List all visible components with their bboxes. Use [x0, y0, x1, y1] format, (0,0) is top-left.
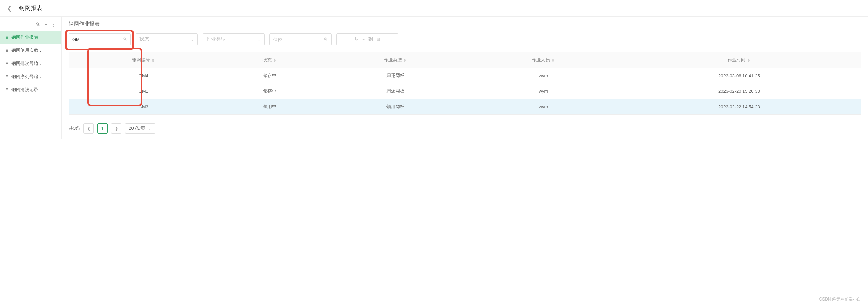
cell-user: wym	[469, 99, 617, 115]
cell-status: 储存中	[218, 83, 321, 99]
date-to-label: 到	[368, 36, 373, 42]
location-input-group: 🔍︎	[269, 33, 332, 45]
sidebar-item-label: 钢网清洗记录	[11, 87, 38, 93]
search-icon[interactable]: 🔍︎	[324, 37, 328, 42]
chart-icon: ⊞	[5, 87, 9, 92]
prev-page-button[interactable]: ❮	[83, 123, 94, 134]
column-header[interactable]: 状态▲▼	[218, 52, 321, 68]
cell-user: wym	[469, 68, 617, 83]
column-header[interactable]: 作业人员▲▼	[469, 52, 617, 68]
page-size-label: 20 条/页	[129, 125, 145, 131]
cell-type: 领用网板	[321, 99, 469, 115]
more-icon[interactable]: ⋮	[51, 22, 56, 27]
cell-type: 归还网板	[321, 68, 469, 83]
cell-status: 储存中	[218, 68, 321, 83]
status-placeholder: 状态	[139, 36, 149, 42]
chart-icon: ⊞	[5, 48, 9, 53]
date-range-picker[interactable]: 从 ~ 到 📅︎	[336, 33, 398, 45]
column-header[interactable]: 作业类型▲▼	[321, 52, 469, 68]
cell-type: 归还网板	[321, 83, 469, 99]
sidebar-item-label: 钢网序列号追…	[11, 73, 43, 80]
search-icon[interactable]: 🔍︎	[36, 22, 40, 27]
sort-icon: ▲▼	[403, 58, 407, 62]
search-icon[interactable]: 🔍︎	[123, 37, 127, 42]
sidebar-item-1[interactable]: ⊞钢网使用次数…	[0, 44, 61, 57]
table-row[interactable]: GM1储存中归还网板wym2023-02-20 15:20:33	[69, 83, 861, 99]
cell-status: 领用中	[218, 99, 321, 115]
cell-id: GM1	[69, 83, 218, 99]
sidebar-item-label: 钢网批次号追…	[11, 60, 43, 67]
chart-icon: ⊞	[5, 35, 9, 40]
page-header: ❮ 钢网报表	[0, 0, 868, 17]
sort-icon: ▲▼	[551, 58, 555, 62]
back-button[interactable]: ❮	[7, 4, 12, 12]
sort-icon: ▲▼	[151, 58, 155, 62]
calendar-icon: 📅︎	[376, 37, 381, 42]
sidebar-tools: 🔍︎ + ⋮	[0, 22, 61, 31]
chart-icon: ⊞	[5, 61, 9, 66]
search-input-group: 🔍︎	[69, 33, 131, 45]
cell-time: 2023-03-06 10:41:25	[618, 68, 861, 83]
type-select[interactable]: 作业类型 ⌄	[203, 33, 265, 45]
sidebar-item-2[interactable]: ⊞钢网批次号追…	[0, 57, 61, 70]
sidebar-item-label: 钢网使用次数…	[11, 47, 43, 53]
table-wrapper: 钢网编号▲▼状态▲▼作业类型▲▼作业人员▲▼作业时间▲▼ GM4储存中归还网板w…	[65, 49, 865, 118]
main-content: 钢网作业报表 🔍︎ 状态 ⌄ 作业类型 ⌄ 🔍︎ 从 ~	[61, 17, 868, 139]
page-size-select[interactable]: 20 条/页 ⌄	[125, 123, 155, 134]
page-number-button[interactable]: 1	[97, 123, 108, 134]
sidebar-item-label: 钢网作业报表	[11, 34, 38, 40]
filter-bar: 🔍︎ 状态 ⌄ 作业类型 ⌄ 🔍︎ 从 ~ 到 📅︎	[65, 30, 865, 49]
column-header[interactable]: 钢网编号▲▼	[69, 52, 218, 68]
chart-icon: ⊞	[5, 74, 9, 79]
data-table: 钢网编号▲▼状态▲▼作业类型▲▼作业人员▲▼作业时间▲▼ GM4储存中归还网板w…	[69, 52, 861, 115]
cell-time: 2023-02-20 15:20:33	[618, 83, 861, 99]
status-select[interactable]: 状态 ⌄	[136, 33, 198, 45]
table-row[interactable]: GM3领用中领用网板wym2023-02-22 14:54:23	[69, 99, 861, 115]
cell-time: 2023-02-22 14:54:23	[618, 99, 861, 115]
sort-icon: ▲▼	[273, 58, 276, 62]
cell-id: GM4	[69, 68, 218, 83]
column-header[interactable]: 作业时间▲▼	[618, 52, 861, 68]
sidebar-item-3[interactable]: ⊞钢网序列号追…	[0, 70, 61, 83]
page-title: 钢网报表	[19, 4, 42, 12]
date-sep: ~	[362, 37, 365, 42]
chevron-down-icon: ⌄	[148, 126, 151, 131]
content-title: 钢网作业报表	[65, 17, 865, 30]
next-page-button[interactable]: ❯	[111, 123, 121, 134]
table-row[interactable]: GM4储存中归还网板wym2023-03-06 10:41:25	[69, 68, 861, 83]
chevron-down-icon: ⌄	[190, 37, 194, 42]
total-count: 共3条	[69, 125, 80, 131]
date-from-label: 从	[354, 36, 359, 42]
cell-user: wym	[469, 83, 617, 99]
sidebar-item-0[interactable]: ⊞钢网作业报表	[0, 31, 61, 44]
type-placeholder: 作业类型	[206, 36, 226, 42]
location-input[interactable]	[273, 37, 324, 42]
chevron-down-icon: ⌄	[257, 37, 261, 42]
search-input[interactable]	[72, 37, 123, 42]
cell-id: GM3	[69, 99, 218, 115]
sidebar-item-4[interactable]: ⊞钢网清洗记录	[0, 83, 61, 96]
add-icon[interactable]: +	[45, 22, 47, 27]
sidebar: 🔍︎ + ⋮ ⊞钢网作业报表⊞钢网使用次数…⊞钢网批次号追…⊞钢网序列号追…⊞钢…	[0, 17, 61, 139]
pagination: 共3条 ❮ 1 ❯ 20 条/页 ⌄	[65, 118, 865, 139]
sort-icon: ▲▼	[747, 58, 750, 62]
